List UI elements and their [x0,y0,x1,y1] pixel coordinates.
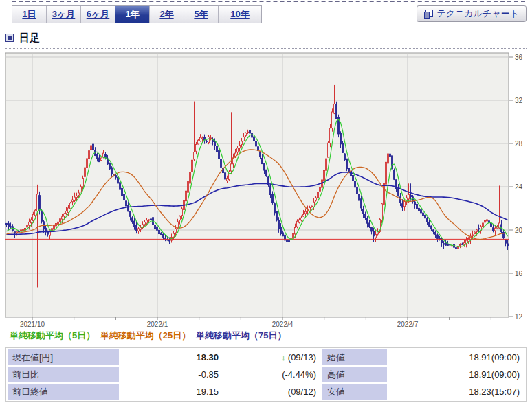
low-label: 安値 [322,384,387,400]
change-label: 前日比 [8,367,119,382]
current-price-date: (09/13) [288,352,316,363]
stock-chart-page: 1日 3ヶ月 6ヶ月 1年 2年 5年 10年 テクニカルチャート 日足 [0,1,532,414]
tab-5years[interactable]: 5年 [184,6,219,23]
chart-legend: 単純移動平均（5日） 単純移動平均（25日） 単純移動平均（75日） [10,330,532,342]
tab-1year[interactable]: 1年 [115,6,150,23]
top-dashed-divider [12,1,525,2]
legend-ma75: 単純移動平均（75日） [196,330,286,341]
change-value: -0.85 [131,369,219,380]
section-divider [5,48,527,49]
change-cell: -0.85(-4.44%) [120,367,321,382]
price-chart: 363228242016122021/102022/12022/42022/7 [0,49,532,330]
quote-table: 現在値[円] 18.30↓(09/13) 始値 18.91(09:00) 前日比… [5,347,527,402]
tab-6months[interactable]: 6ヶ月 [81,6,115,23]
tab-3months[interactable]: 3ヶ月 [47,6,81,23]
table-row-change: 前日比 -0.85(-4.44%) 高値 18.91(09:00) [8,367,524,382]
table-row-current-price: 現在値[円] 18.30↓(09/13) 始値 18.91(09:00) [8,349,524,365]
legend-ma5: 単純移動平均（5日） [10,330,95,341]
svg-text:2022/4: 2022/4 [272,321,293,328]
svg-text:24: 24 [515,183,523,191]
change-percent: (-4.44%) [219,369,316,380]
legend-ma25: 単純移動平均（25日） [100,330,190,341]
svg-text:2021/10: 2021/10 [20,321,45,328]
table-row-prev-close: 前日終値 19.15(09/12) 安値 18.23(15:07) [8,384,524,400]
current-price-value: 18.30 [131,352,219,363]
price-chart-svg: 363228242016122021/102022/12022/42022/7 [0,49,532,330]
period-toolbar: 1日 3ヶ月 6ヶ月 1年 2年 5年 10年 テクニカルチャート [12,5,527,23]
tab-2years[interactable]: 2年 [150,6,184,23]
svg-text:16: 16 [515,270,523,277]
low-value: 18.23(15:07) [388,384,524,400]
section-title: 日足 [19,32,40,45]
svg-text:36: 36 [515,54,523,61]
period-tabstrip: 1日 3ヶ月 6ヶ月 1年 2年 5年 10年 [12,5,262,23]
tab-10years[interactable]: 10年 [219,6,261,23]
svg-text:20: 20 [515,227,523,234]
current-price-label: 現在値[円] [8,349,119,365]
svg-text:32: 32 [515,97,523,104]
high-value: 18.91(09:00) [388,367,524,382]
prev-close-cell: 19.15(09/12) [120,384,321,400]
technical-chart-button-label: テクニカルチャート [437,8,519,20]
high-label: 高値 [322,367,387,382]
section-header: 日足 [5,32,527,45]
down-arrow-icon: ↓ [281,352,286,363]
svg-text:2022/7: 2022/7 [397,321,419,328]
section-square-icon [5,32,14,44]
window-chart-icon [424,10,433,19]
prev-close-value: 19.15 [131,387,219,397]
technical-chart-button[interactable]: テクニカルチャート [417,5,527,22]
prev-close-date: (09/12) [219,387,316,397]
svg-text:2022/1: 2022/1 [147,321,168,328]
current-price-cell: 18.30↓(09/13) [120,349,321,365]
prev-close-label: 前日終値 [8,384,119,400]
tab-1day[interactable]: 1日 [12,6,47,23]
open-value: 18.91(09:00) [388,349,524,365]
open-label: 始値 [322,349,387,365]
svg-text:28: 28 [515,140,523,148]
svg-text:12: 12 [515,313,523,321]
